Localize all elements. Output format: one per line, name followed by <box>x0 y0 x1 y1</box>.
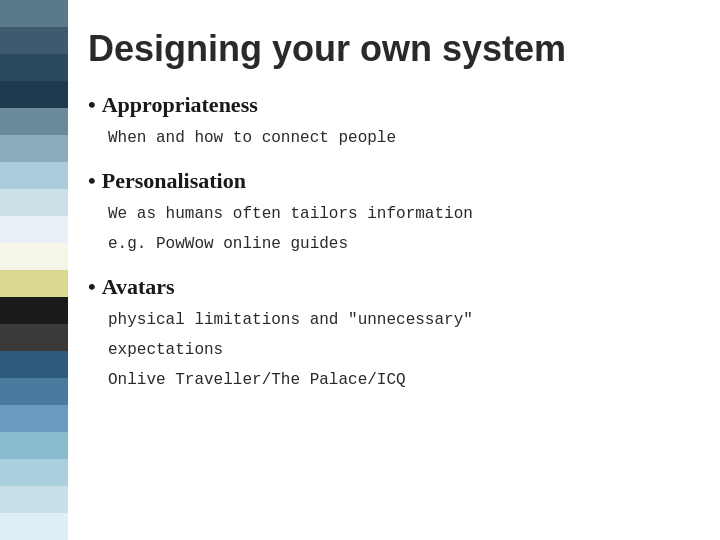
sidebar-segment <box>0 513 68 540</box>
section-line-2-0: physical limitations and "unnecessary" <box>108 308 688 332</box>
bullet-1: • <box>88 168 96 194</box>
sidebar-segment <box>0 486 68 513</box>
section-line-0-0: When and how to connect people <box>108 126 688 150</box>
sidebar-segment <box>0 216 68 243</box>
sidebar-segment <box>0 135 68 162</box>
sidebar-segment <box>0 324 68 351</box>
section-line-2-1: expectations <box>108 338 688 362</box>
sidebar-segment <box>0 459 68 486</box>
sidebar <box>0 0 68 540</box>
section-line-1-0: We as humans often tailors information <box>108 202 688 226</box>
section-header-2: •Avatars <box>88 274 688 300</box>
section-title-2: Avatars <box>102 274 175 300</box>
sidebar-segment <box>0 432 68 459</box>
sidebar-segment <box>0 0 68 27</box>
sidebar-segment <box>0 189 68 216</box>
sidebar-segment <box>0 405 68 432</box>
sidebar-segment <box>0 162 68 189</box>
sidebar-segment <box>0 297 68 324</box>
section-line-1-1: e.g. PowWow online guides <box>108 232 688 256</box>
section-group-1: •PersonalisationWe as humans often tailo… <box>88 168 688 256</box>
bullet-2: • <box>88 274 96 300</box>
bullet-0: • <box>88 92 96 118</box>
section-group-2: •Avatarsphysical limitations and "unnece… <box>88 274 688 392</box>
section-title-1: Personalisation <box>102 168 246 194</box>
section-line-2-2: Onlive Traveller/The Palace/ICQ <box>108 368 688 392</box>
section-title-0: Appropriateness <box>102 92 258 118</box>
sidebar-segment <box>0 378 68 405</box>
sidebar-segment <box>0 243 68 270</box>
section-header-0: •Appropriateness <box>88 92 688 118</box>
sidebar-segment <box>0 54 68 81</box>
section-group-0: •AppropriatenessWhen and how to connect … <box>88 92 688 150</box>
sidebar-segment <box>0 27 68 54</box>
sidebar-segment <box>0 351 68 378</box>
sidebar-segment <box>0 270 68 297</box>
sidebar-segment <box>0 81 68 108</box>
page-title: Designing your own system <box>88 28 688 70</box>
section-header-1: •Personalisation <box>88 168 688 194</box>
sidebar-segment <box>0 108 68 135</box>
main-content: Designing your own system •Appropriatene… <box>68 0 720 540</box>
